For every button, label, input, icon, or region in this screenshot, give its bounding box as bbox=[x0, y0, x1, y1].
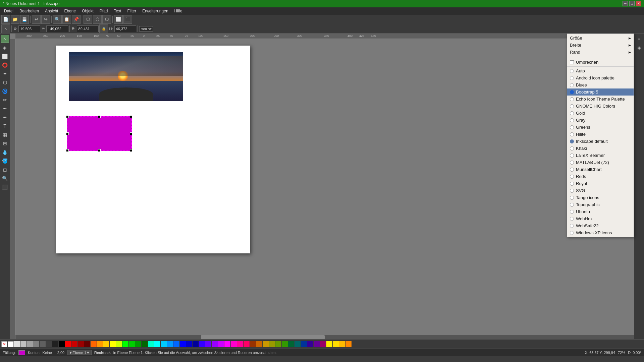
redo-button[interactable]: ↪ bbox=[41, 15, 50, 24]
color-swatch[interactable] bbox=[167, 341, 173, 347]
dropdown-item-topographic[interactable]: Topographic bbox=[567, 201, 634, 208]
copy-button[interactable]: 📋 bbox=[62, 15, 71, 24]
spiral-tool[interactable]: 🌀 bbox=[1, 87, 9, 95]
zoom-tool[interactable]: 🔍 bbox=[1, 174, 9, 182]
color-swatch[interactable] bbox=[231, 341, 237, 347]
dropdown-item-android[interactable]: Android icon palette bbox=[567, 74, 634, 81]
radio-websafe22[interactable] bbox=[570, 224, 574, 228]
radio-blues[interactable] bbox=[570, 83, 574, 87]
color-swatch[interactable] bbox=[110, 341, 116, 347]
pencil-tool[interactable]: ✏ bbox=[1, 96, 9, 104]
canvas-area[interactable]: -300 -250 -200 -150 -100 -75 -50 -25 0 2… bbox=[10, 34, 634, 339]
menu-item-datei[interactable]: Datei bbox=[1, 8, 16, 14]
color-swatch[interactable] bbox=[14, 341, 20, 347]
dropdown-item-echo[interactable]: Echo Icon Theme Palette bbox=[567, 96, 634, 103]
h-scrollbar[interactable] bbox=[15, 335, 634, 339]
color-swatch[interactable] bbox=[301, 341, 307, 347]
handle-bot-left[interactable] bbox=[66, 149, 69, 152]
lock-btn[interactable]: 🔒 bbox=[99, 24, 108, 33]
dropdown-item-royal[interactable]: Royal bbox=[567, 180, 634, 187]
radio-topographic[interactable] bbox=[570, 203, 574, 207]
color-swatch[interactable] bbox=[40, 341, 46, 347]
handle-mid-left[interactable] bbox=[66, 132, 69, 135]
dropdown-item-latex[interactable]: LaTeX Beamer bbox=[567, 152, 634, 159]
group-button[interactable]: ⬜ bbox=[114, 15, 123, 24]
radio-gold[interactable] bbox=[570, 111, 574, 115]
color-swatch[interactable] bbox=[116, 341, 122, 347]
dropdown-item-gold[interactable]: Gold bbox=[567, 110, 634, 117]
color-swatch[interactable] bbox=[103, 341, 109, 347]
dropdown-item-gnome[interactable]: GNOME HIG Colors bbox=[567, 103, 634, 110]
eraser-tool[interactable]: ◻ bbox=[1, 166, 9, 174]
dropdown-item-inkscape-default[interactable]: Inkscape default bbox=[567, 138, 634, 145]
align-left-button[interactable]: ⬡ bbox=[84, 15, 92, 24]
radio-webhex[interactable] bbox=[570, 217, 574, 221]
color-swatch[interactable] bbox=[224, 341, 230, 347]
color-swatch[interactable] bbox=[320, 341, 326, 347]
color-swatch[interactable] bbox=[46, 341, 52, 347]
color-swatch[interactable] bbox=[8, 341, 14, 347]
menu-item-text[interactable]: Text bbox=[111, 8, 124, 14]
open-button[interactable]: 📁 bbox=[11, 15, 19, 24]
color-swatch[interactable] bbox=[314, 341, 320, 347]
align-center-button[interactable]: ⬡ bbox=[93, 15, 102, 24]
dropdown-item-greens[interactable]: Greens bbox=[567, 124, 634, 131]
dropdown-item-gray[interactable]: Gray bbox=[567, 117, 634, 124]
x-input[interactable] bbox=[18, 25, 40, 32]
align-right-button[interactable]: ⬡ bbox=[102, 15, 111, 24]
color-swatch[interactable] bbox=[154, 341, 160, 347]
color-swatch[interactable] bbox=[180, 341, 186, 347]
dropdown-item-svg[interactable]: SVG bbox=[567, 187, 634, 194]
color-swatch[interactable] bbox=[205, 341, 211, 347]
handle-top-mid[interactable] bbox=[98, 115, 101, 118]
new-button[interactable]: 📄 bbox=[1, 15, 10, 24]
radio-gnome[interactable] bbox=[570, 104, 574, 108]
dropdown-item-tango[interactable]: Tango icons bbox=[567, 194, 634, 201]
menu-item-hilfe[interactable]: Hilfe bbox=[172, 8, 185, 14]
radio-munsell[interactable] bbox=[570, 168, 574, 172]
color-swatch[interactable] bbox=[294, 341, 301, 347]
color-swatch[interactable] bbox=[186, 341, 192, 347]
no-color-swatch[interactable]: ✕ bbox=[1, 341, 7, 347]
dropdown-item-khaki[interactable]: Khaki bbox=[567, 145, 634, 152]
color-swatch[interactable] bbox=[326, 341, 332, 347]
maximize-button[interactable]: □ bbox=[629, 1, 635, 6]
radio-greens[interactable] bbox=[570, 125, 574, 129]
dropdown-item-ubuntu[interactable]: Ubuntu bbox=[567, 208, 634, 215]
dropdown-item-hilite[interactable]: Hilite bbox=[567, 131, 634, 138]
menu-item-filter[interactable]: Filter bbox=[125, 8, 139, 14]
purple-rectangle[interactable] bbox=[67, 116, 132, 151]
menu-item-pfad[interactable]: Pfad bbox=[97, 8, 111, 14]
radio-svg[interactable] bbox=[570, 189, 574, 193]
radio-tango[interactable] bbox=[570, 196, 574, 200]
color-swatch[interactable] bbox=[307, 341, 313, 347]
dropdown-item-blues[interactable]: Blues bbox=[567, 81, 634, 88]
color-swatch[interactable] bbox=[275, 341, 281, 347]
menu-item-bearbeiten[interactable]: Bearbeiten bbox=[17, 8, 42, 14]
color-swatch[interactable] bbox=[65, 341, 71, 347]
color-swatch[interactable] bbox=[345, 341, 352, 347]
color-swatch[interactable] bbox=[333, 341, 339, 347]
radio-royal[interactable] bbox=[570, 182, 574, 186]
paint-tool[interactable]: 🪣 bbox=[1, 157, 9, 165]
layer-select[interactable]: ▼Ebene 1▼ bbox=[67, 350, 92, 355]
radio-latex[interactable] bbox=[570, 154, 574, 158]
dropdown-item-webhex[interactable]: WebHex bbox=[567, 215, 634, 222]
radio-khaki[interactable] bbox=[570, 146, 574, 150]
color-swatch[interactable] bbox=[91, 341, 97, 347]
right-tool-2[interactable]: ◈ bbox=[635, 44, 643, 52]
color-swatch[interactable] bbox=[78, 341, 84, 347]
node-tool[interactable]: ◈ bbox=[1, 44, 9, 52]
right-tool-1[interactable]: ≡ bbox=[635, 35, 643, 43]
handle-bot-mid[interactable] bbox=[98, 149, 101, 152]
menu-item-ansicht[interactable]: Ansicht bbox=[42, 8, 61, 14]
radio-ubuntu[interactable] bbox=[570, 210, 574, 214]
ellipse-tool[interactable]: ⭕ bbox=[1, 61, 9, 69]
dropdown-item-munsell[interactable]: MunsellChart bbox=[567, 166, 634, 173]
color-swatch[interactable] bbox=[193, 341, 199, 347]
menu-item-objekt[interactable]: Objekt bbox=[79, 8, 96, 14]
connector-tool[interactable]: ⬛ bbox=[1, 183, 9, 191]
radio-matlab[interactable] bbox=[570, 161, 574, 165]
dropdown-item-rand[interactable]: Rand bbox=[567, 49, 634, 56]
radio-reds[interactable] bbox=[570, 175, 574, 179]
